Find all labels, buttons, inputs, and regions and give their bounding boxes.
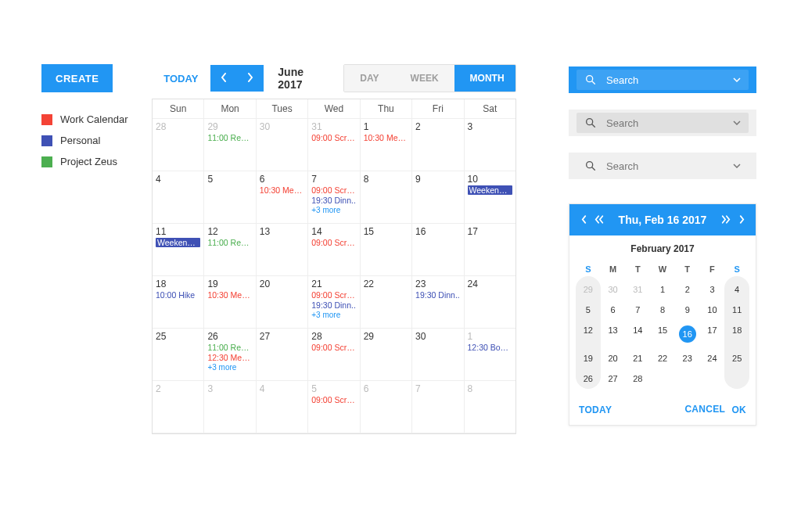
today-button[interactable]: TODAY xyxy=(151,64,210,92)
day-cell[interactable]: 8 xyxy=(361,171,412,224)
dp-day-cell[interactable]: 11 xyxy=(724,300,749,320)
calendar-event[interactable]: 09:00 Scrum xyxy=(311,238,356,247)
calendar-event[interactable]: 11:00 Revie.. xyxy=(207,238,252,247)
dp-day-cell[interactable]: 12 xyxy=(576,320,601,348)
day-cell[interactable]: 17 xyxy=(465,224,515,276)
calendar-event[interactable]: 19:30 Dinn.. xyxy=(415,290,460,300)
dp-day-cell[interactable]: 21 xyxy=(625,348,650,368)
dp-day-cell[interactable]: 9 xyxy=(675,300,700,320)
day-cell[interactable]: 22 xyxy=(361,276,412,329)
day-cell[interactable]: 27 xyxy=(257,329,308,381)
day-cell[interactable]: 2 xyxy=(412,119,464,171)
calendar-event[interactable]: 10:30 Meet.. xyxy=(260,185,304,195)
dp-day-cell[interactable]: 1 xyxy=(650,279,675,300)
more-events-link[interactable]: +3 more xyxy=(311,206,356,214)
day-cell[interactable]: 1211:00 Revie.. xyxy=(204,224,256,276)
calendar-event[interactable]: 11:00 Revie.. xyxy=(207,133,252,142)
day-cell[interactable]: 24 xyxy=(465,276,515,329)
dp-day-cell[interactable]: 2 xyxy=(675,279,700,300)
day-cell[interactable]: 20 xyxy=(257,276,308,329)
calendar-event[interactable]: 19:30 Dinn.. xyxy=(311,196,356,205)
day-cell[interactable]: 2611:00 Revie..12:30 Meet..+3 more xyxy=(204,329,256,381)
day-cell[interactable]: 110:30 Meet.. xyxy=(361,119,412,171)
day-cell[interactable]: 3 xyxy=(465,119,515,171)
calendar-event[interactable]: 09:00 Scrum xyxy=(311,290,356,300)
dp-day-cell[interactable]: 18 xyxy=(724,320,749,348)
legend-item[interactable]: Personal xyxy=(41,135,151,146)
dp-day-cell[interactable]: 10 xyxy=(700,300,725,320)
dp-day-cell[interactable]: 26 xyxy=(576,368,601,389)
calendar-event[interactable]: 09:00 Scrum xyxy=(311,185,356,195)
dp-day-cell[interactable]: 31 xyxy=(625,279,650,300)
day-cell[interactable]: 13 xyxy=(257,224,308,276)
day-cell[interactable]: 2109:00 Scrum19:30 Dinn..+3 more xyxy=(308,276,360,329)
day-cell[interactable]: 8 xyxy=(465,381,515,433)
day-cell[interactable]: 3109:00 Scrum xyxy=(308,119,360,171)
day-cell[interactable]: 15 xyxy=(361,224,412,276)
search-bar-primary[interactable]: Search xyxy=(569,66,756,93)
dp-day-cell[interactable]: 6 xyxy=(601,300,626,320)
create-button[interactable]: CREATE xyxy=(41,64,113,92)
dp-day-cell[interactable]: 17 xyxy=(700,320,725,348)
day-cell[interactable]: 5 xyxy=(204,171,256,224)
day-cell[interactable]: 29 xyxy=(361,329,412,381)
day-cell[interactable]: 30 xyxy=(412,329,464,381)
dp-day-cell[interactable]: 8 xyxy=(650,300,675,320)
day-cell[interactable]: 25 xyxy=(153,329,204,381)
calendar-event[interactable]: Weekend… xyxy=(468,185,512,195)
day-cell[interactable]: 509:00 Scrum xyxy=(308,381,360,433)
day-cell[interactable]: 4 xyxy=(153,171,204,224)
more-events-link[interactable]: +3 more xyxy=(207,363,252,372)
legend-item[interactable]: Work Calendar xyxy=(41,113,151,125)
dp-today-button[interactable]: TODAY xyxy=(579,404,612,415)
day-cell[interactable]: 2911:00 Revie.. xyxy=(204,119,256,171)
chevron-down-icon[interactable] xyxy=(733,77,741,82)
day-cell[interactable]: 709:00 Scrum19:30 Dinn..+3 more xyxy=(308,171,360,224)
day-cell[interactable]: 10Weekend… xyxy=(465,171,515,224)
calendar-event[interactable]: 10:30 Meet.. xyxy=(207,290,252,300)
view-week-tab[interactable]: WEEK xyxy=(395,65,454,92)
calendar-event[interactable]: 19:30 Dinn.. xyxy=(311,300,356,310)
legend-item[interactable]: Project Zeus xyxy=(41,156,151,167)
dp-day-cell[interactable]: 24 xyxy=(700,348,725,368)
day-cell[interactable]: 4 xyxy=(257,381,308,433)
dp-prev-month-button[interactable] xyxy=(576,204,591,235)
dp-prev-year-button[interactable] xyxy=(591,204,607,235)
calendar-event[interactable]: 09:00 Scrum xyxy=(311,133,356,142)
day-cell[interactable]: 9 xyxy=(412,171,464,224)
calendar-event[interactable]: 11:00 Revie.. xyxy=(207,343,252,352)
dp-next-month-button[interactable] xyxy=(734,204,749,235)
dp-day-cell[interactable]: 30 xyxy=(601,279,626,300)
calendar-event[interactable]: 10:00 Hike xyxy=(156,290,200,300)
view-day-tab[interactable]: DAY xyxy=(344,65,394,92)
dp-day-cell[interactable]: 29 xyxy=(576,279,601,300)
chevron-down-icon[interactable] xyxy=(733,164,741,168)
calendar-event[interactable]: 09:00 Scrum xyxy=(311,343,356,352)
dp-day-cell[interactable]: 28 xyxy=(625,368,650,389)
dp-day-cell[interactable]: 22 xyxy=(650,348,675,368)
calendar-event[interactable]: 10:30 Meet.. xyxy=(364,133,408,142)
day-cell[interactable]: 2319:30 Dinn.. xyxy=(412,276,464,329)
view-month-tab[interactable]: MONTH xyxy=(454,65,516,92)
calendar-event[interactable]: 12:30 Meet.. xyxy=(207,353,252,362)
day-cell[interactable]: 610:30 Meet.. xyxy=(257,171,308,224)
day-cell[interactable]: 1910:30 Meet.. xyxy=(204,276,256,329)
dp-day-cell[interactable]: 3 xyxy=(700,279,725,300)
dp-cancel-button[interactable]: CANCEL xyxy=(684,404,722,415)
day-cell[interactable]: 6 xyxy=(361,381,412,433)
calendar-event[interactable]: Weekend… xyxy=(156,238,200,247)
chevron-down-icon[interactable] xyxy=(733,120,741,125)
dp-next-year-button[interactable] xyxy=(718,204,734,235)
next-month-button[interactable] xyxy=(237,65,264,92)
day-cell[interactable]: 7 xyxy=(412,381,464,433)
day-cell[interactable]: 2 xyxy=(153,381,204,433)
dp-day-cell[interactable]: 4 xyxy=(724,279,749,300)
day-cell[interactable]: 3 xyxy=(204,381,256,433)
day-cell[interactable]: 112:30 Bowl.. xyxy=(465,329,515,381)
search-bar-gray-plain[interactable]: Search xyxy=(569,153,756,179)
day-cell[interactable]: 1810:00 Hike xyxy=(153,276,204,329)
search-bar-gray-filled[interactable]: Search xyxy=(569,110,756,136)
calendar-event[interactable]: 12:30 Bowl.. xyxy=(468,343,512,352)
dp-day-cell[interactable]: 27 xyxy=(601,368,626,389)
day-cell[interactable]: 11Weekend… xyxy=(153,224,204,276)
